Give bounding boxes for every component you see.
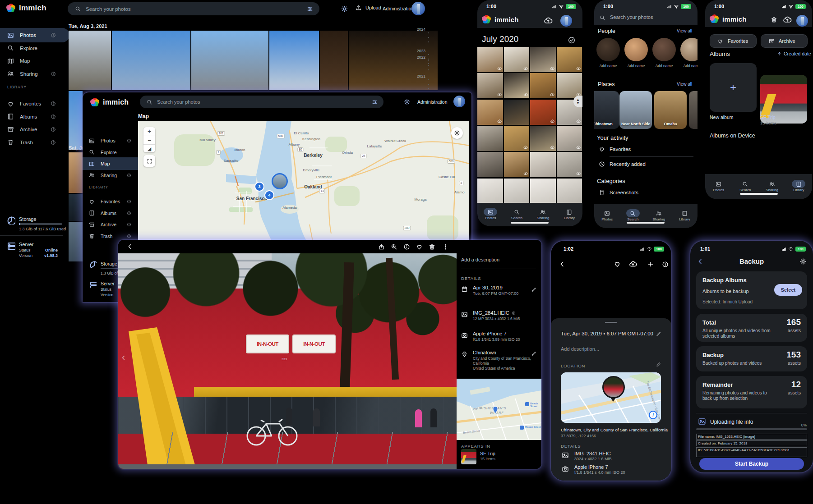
- scrubber-handle[interactable]: ▲▼: [573, 96, 582, 107]
- upload-button[interactable]: Upload: [356, 5, 381, 11]
- photo-grid-tile[interactable]: [530, 100, 556, 125]
- sort-created-date[interactable]: Created date: [777, 51, 811, 56]
- sidebar-item-favorites[interactable]: Favorites: [83, 195, 144, 208]
- photo-grid-tile[interactable]: [477, 73, 503, 98]
- map-cluster-marker[interactable]: 3: [254, 182, 264, 192]
- photo-grid-tile[interactable]: [504, 47, 530, 72]
- person-face[interactable]: Add name: [652, 38, 676, 68]
- nav-item-library[interactable]: Library: [674, 211, 695, 221]
- edit-date-icon[interactable]: [656, 331, 661, 336]
- face-avatar[interactable]: [624, 38, 648, 61]
- immich-logo[interactable]: immich: [6, 4, 46, 13]
- sidebar-item-explore[interactable]: Explore: [83, 146, 144, 159]
- edit-date-icon[interactable]: [531, 287, 537, 292]
- file-info-icon[interactable]: [512, 311, 516, 315]
- map-settings-button[interactable]: [451, 127, 463, 139]
- photo-grid-tile[interactable]: [504, 179, 530, 204]
- trash-icon[interactable]: [771, 16, 777, 23]
- photo-grid-tile[interactable]: [477, 47, 503, 72]
- face-avatar[interactable]: [652, 38, 676, 61]
- search-placeholder[interactable]: Search your photos: [610, 14, 653, 20]
- info-icon[interactable]: [127, 199, 131, 204]
- add-name-label[interactable]: Add name: [600, 64, 617, 68]
- sidebar-item-archive[interactable]: Archive: [83, 218, 144, 231]
- nav-item-search[interactable]: Search: [623, 211, 643, 221]
- map-zoom-controls[interactable]: + − ◢: [143, 127, 155, 152]
- people-view-all[interactable]: View all: [677, 28, 692, 33]
- info-icon[interactable]: [127, 234, 131, 238]
- nav-item-photos[interactable]: Photos: [597, 211, 618, 221]
- photo-grid-tile[interactable]: [504, 73, 530, 98]
- search-filter-icon[interactable]: [372, 99, 378, 105]
- info-icon[interactable]: [127, 211, 131, 215]
- info-icon[interactable]: [51, 32, 56, 38]
- photo-grid-tile[interactable]: [477, 152, 503, 177]
- person-face[interactable]: Add name: [596, 38, 620, 68]
- place-card[interactable]: Chinatown: [594, 91, 619, 129]
- zoom-in-button[interactable]: +: [143, 127, 155, 136]
- photo-thumbnail[interactable]: [320, 31, 348, 90]
- location-map[interactable]: Pier 45 FISHERMAN'S WHARF Beach Street B…: [457, 379, 541, 440]
- photo-grid-tile[interactable]: [557, 179, 582, 204]
- info-icon[interactable]: [127, 173, 131, 178]
- photo-grid-tile[interactable]: [530, 47, 556, 72]
- add-description-field[interactable]: Add a description: [461, 257, 499, 262]
- theme-toggle-icon[interactable]: [341, 5, 348, 12]
- user-avatar[interactable]: [796, 15, 808, 27]
- nav-item-library[interactable]: Library: [559, 209, 580, 220]
- photo-thumbnail[interactable]: [112, 31, 190, 90]
- sidebar-item-favorites[interactable]: Favorites: [0, 96, 69, 111]
- zoom-icon[interactable]: [391, 243, 397, 250]
- album-title[interactable]: SF Trip: [760, 115, 776, 120]
- photo-grid-tile[interactable]: [504, 100, 530, 125]
- nav-item-sharing[interactable]: Sharing: [762, 181, 782, 192]
- back-icon[interactable]: [559, 261, 566, 268]
- fullscreen-button[interactable]: [143, 155, 155, 167]
- select-all-icon[interactable]: [568, 36, 576, 44]
- add-name-label[interactable]: Add name: [656, 64, 673, 68]
- sidebar-item-photos[interactable]: Photos: [83, 134, 144, 147]
- sidebar-item-albums[interactable]: Albums: [0, 110, 69, 124]
- timeline-year[interactable]: 2022: [417, 55, 425, 60]
- album-title[interactable]: SF Trip: [480, 451, 495, 456]
- places-view-all[interactable]: View all: [677, 82, 692, 87]
- nav-item-photos[interactable]: Photos: [708, 181, 729, 192]
- photo-grid-tile[interactable]: [557, 47, 582, 72]
- map-photo-marker[interactable]: [272, 173, 288, 189]
- photo-thumbnail[interactable]: [69, 194, 83, 221]
- sidebar-item-sharing[interactable]: Sharing: [0, 67, 69, 81]
- backup-cloud-icon[interactable]: [544, 16, 553, 25]
- info-icon[interactable]: [662, 261, 669, 268]
- add-description-field[interactable]: Add description...: [561, 346, 599, 352]
- user-avatar[interactable]: [411, 2, 425, 15]
- info-icon[interactable]: [403, 243, 410, 250]
- more-options-icon[interactable]: [442, 243, 449, 250]
- compass-button[interactable]: ◢: [143, 145, 155, 153]
- album-thumb[interactable]: [461, 449, 476, 464]
- timeline-year[interactable]: 2023: [417, 49, 425, 53]
- photo-grid-tile[interactable]: [504, 152, 530, 177]
- search-bar[interactable]: Search your photos: [140, 96, 383, 108]
- share-icon[interactable]: [378, 243, 385, 250]
- info-icon[interactable]: [51, 127, 56, 132]
- theme-toggle-icon[interactable]: [404, 99, 410, 105]
- add-to-icon[interactable]: [647, 261, 654, 268]
- photo-thumbnail[interactable]: [69, 91, 83, 150]
- photo-grid-tile[interactable]: [557, 73, 582, 98]
- photo-thumbnail[interactable]: [69, 31, 111, 90]
- favorite-icon[interactable]: [614, 261, 621, 268]
- archive-chip[interactable]: Archive: [761, 34, 808, 48]
- photo-thumbnail[interactable]: [69, 222, 83, 261]
- new-album-card[interactable]: +: [710, 63, 757, 112]
- administration-link[interactable]: Administration: [383, 6, 414, 11]
- upload-cloud-icon[interactable]: [629, 260, 637, 268]
- back-icon[interactable]: [126, 243, 134, 250]
- timeline-year[interactable]: 2024: [417, 27, 425, 32]
- search-filter-icon[interactable]: [307, 6, 313, 12]
- info-icon[interactable]: [51, 71, 56, 77]
- edit-location-icon[interactable]: [531, 351, 537, 356]
- info-icon[interactable]: [51, 101, 56, 106]
- sidebar-item-archive[interactable]: Archive: [0, 122, 69, 137]
- photo-thumbnail[interactable]: [349, 31, 438, 90]
- add-name-label[interactable]: Add name: [684, 64, 698, 68]
